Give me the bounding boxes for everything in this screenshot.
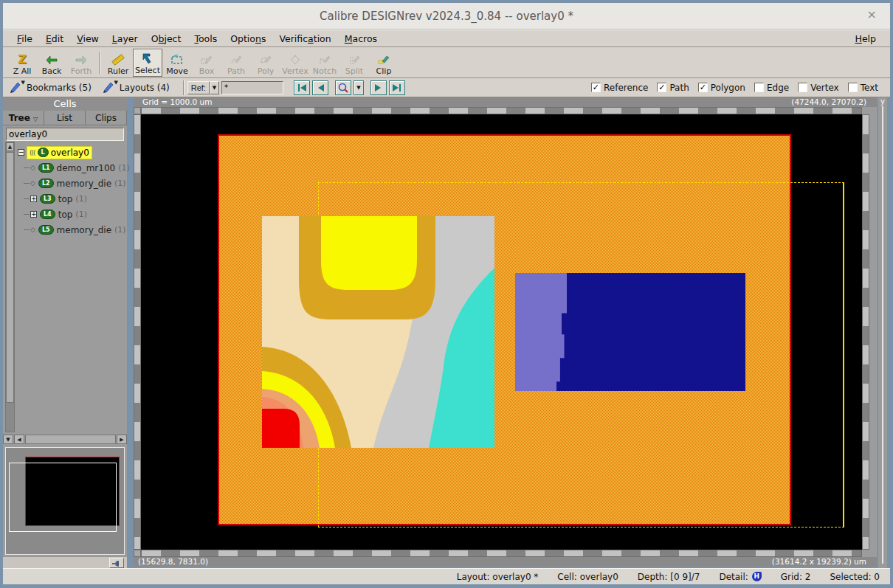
tree-row-memory-die-2[interactable]: ◇ L5 memory_die (1)	[18, 222, 127, 238]
close-icon[interactable]: ×	[867, 9, 877, 21]
menu-file[interactable]: File	[10, 32, 39, 46]
ref-dropdown-icon[interactable]: ▼	[210, 81, 219, 94]
ruler-corner	[134, 550, 141, 557]
scroll-right-icon[interactable]: ▶	[117, 435, 127, 444]
cursor-coordinate-readout: (47244.0, 27070.2)	[791, 97, 866, 107]
menu-macros[interactable]: Macros	[338, 32, 384, 46]
menu-help[interactable]: Help	[848, 32, 883, 46]
menu-verification[interactable]: Verification	[272, 32, 337, 46]
tree-row-top-1[interactable]: + L3 top (1)	[18, 191, 127, 207]
checkbox-reference-box[interactable]: ✓	[591, 83, 601, 92]
scroll-down-icon[interactable]: ▼	[3, 435, 13, 444]
ref-filter-input[interactable]	[221, 81, 283, 94]
layout-viewport[interactable]	[141, 114, 862, 550]
view-size-readout: (31614.2 x 19239.2) um	[772, 557, 866, 567]
ref-button[interactable]: Ref:	[187, 81, 210, 94]
last-view-button[interactable]	[389, 80, 405, 95]
expand-icon[interactable]: +	[30, 211, 37, 218]
pin-panel-button[interactable]	[109, 558, 124, 568]
tree-connector	[24, 214, 30, 215]
layer-badge: L3	[40, 194, 55, 204]
menu-object[interactable]: Object	[145, 32, 188, 46]
memory-block-polygon[interactable]	[515, 273, 745, 391]
menu-view[interactable]: View	[70, 32, 106, 46]
path-button[interactable]: Path	[221, 49, 251, 77]
collapse-icon[interactable]: −	[18, 149, 24, 156]
scroll-up-icon[interactable]: ▲	[6, 142, 14, 151]
checkbox-reference[interactable]: ✓ Reference	[591, 83, 648, 93]
tree-sort-icon[interactable]: ▽	[33, 116, 38, 122]
checkbox-text[interactable]: ✓ Text	[848, 83, 878, 93]
tree-row-top-2[interactable]: + L4 top (1)	[18, 207, 127, 222]
zoom-all-button[interactable]: Z Z All	[7, 49, 37, 77]
menu-options[interactable]: Options	[224, 32, 272, 46]
zoom-history-button[interactable]	[335, 80, 351, 95]
contour-map-block[interactable]	[262, 216, 494, 448]
expand-icon[interactable]: +	[30, 196, 37, 202]
next-view-button[interactable]	[370, 80, 387, 95]
previous-view-button[interactable]	[312, 80, 328, 95]
checkbox-vertex-box[interactable]: ✓	[798, 83, 807, 92]
scrollbar-track[interactable]	[25, 435, 116, 444]
cell-filter-input[interactable]	[6, 128, 124, 141]
detail-level-icon[interactable]: H	[752, 572, 762, 581]
layer-badge: L2	[38, 179, 54, 188]
grid-readout: Grid = 1000.0 um	[142, 97, 212, 107]
layouts-button[interactable]: ▼ Layouts (4)	[102, 81, 170, 94]
split-button[interactable]: Split	[339, 49, 369, 77]
tab-clips[interactable]: Clips	[86, 111, 127, 125]
tree-row-demo-mr100[interactable]: ◇ L1 demo_mr100 (1)	[18, 160, 127, 176]
secondary-toolbar: ▼ Bookmarks (5) ▼ Layouts (4) Ref: ▼ ▼	[3, 78, 890, 97]
clip-button[interactable]: Clip	[369, 49, 399, 77]
vertex-button[interactable]: Vertex	[280, 49, 310, 77]
zoom-history-dropdown-icon[interactable]: ▼	[354, 80, 364, 95]
scroll-left-icon[interactable]: ◀	[14, 435, 24, 444]
forth-button[interactable]: Forth	[66, 49, 96, 77]
checkbox-edge-box[interactable]: ✓	[754, 83, 764, 92]
move-button[interactable]: Move	[162, 49, 192, 77]
box-button[interactable]: Box	[192, 49, 221, 77]
select-button[interactable]: Select	[133, 49, 162, 77]
checkbox-path[interactable]: ✓ Path	[657, 83, 689, 93]
bookmarks-dropdown-icon[interactable]: ▼	[21, 80, 25, 86]
status-depth: Depth: [0 9]/7	[638, 572, 700, 582]
checkbox-edge[interactable]: ✓ Edge	[754, 83, 789, 93]
status-grid: Grid: 2	[781, 572, 811, 582]
panel-bottom-row	[3, 556, 127, 568]
tree-horizontal-scrollbar[interactable]: ▼ ◀ ▶	[3, 434, 127, 445]
checkbox-vertex[interactable]: ✓ Vertex	[798, 83, 839, 93]
layouts-dropdown-icon[interactable]: ▼	[114, 80, 117, 86]
menu-edit[interactable]: Edit	[39, 32, 70, 46]
minimap-viewport-outline[interactable]	[9, 463, 117, 532]
bookmarks-button[interactable]: ▼ Bookmarks (5)	[9, 81, 92, 94]
select-cursor-icon	[142, 52, 154, 66]
instance-stack-icon: (((	[30, 149, 35, 156]
scrollbar-thumb[interactable]	[6, 152, 14, 403]
leaf-icon: ◇	[30, 226, 35, 233]
overview-minimap[interactable]	[5, 447, 125, 555]
status-layout: Layout: overlay0 *	[457, 572, 539, 582]
first-view-button[interactable]	[294, 80, 310, 95]
tree-row-overlay0[interactable]: − ((( L overlay0	[18, 145, 127, 160]
ruler-button[interactable]: Ruler	[103, 49, 133, 77]
menu-layer[interactable]: Layer	[106, 32, 145, 46]
menu-tools[interactable]: Tools	[187, 32, 224, 46]
tree-row-memory-die-1[interactable]: ◇ L2 memory_die (1)	[18, 176, 127, 191]
checkbox-polygon-box[interactable]: ✓	[698, 83, 708, 92]
y-pan-scrollbar[interactable]: y	[878, 97, 887, 568]
tree-connector	[24, 183, 30, 184]
checkbox-path-box[interactable]: ✓	[657, 83, 666, 92]
tree-vertical-scrollbar[interactable]: ▲	[5, 142, 15, 432]
notch-button[interactable]: Notch	[310, 49, 339, 77]
checkbox-polygon[interactable]: ✓ Polygon	[698, 83, 745, 93]
tab-list[interactable]: List	[44, 111, 86, 125]
back-button[interactable]: Back	[37, 49, 66, 77]
split-pencil-icon	[348, 53, 360, 66]
poly-button[interactable]: Poly	[251, 49, 280, 77]
cell-tree: ▲ − ((( L overlay0 ◇ L1 demo_mr100 (1)	[3, 142, 127, 432]
tab-tree[interactable]: Tree ▽	[3, 111, 44, 125]
y-scrollbar-track[interactable]	[882, 106, 883, 564]
checkbox-text-box[interactable]: ✓	[848, 83, 858, 92]
leaf-icon: ◇	[30, 180, 35, 187]
title-bar[interactable]: Calibre DESIGNrev v2024.3_0.84 -- overla…	[3, 3, 890, 30]
